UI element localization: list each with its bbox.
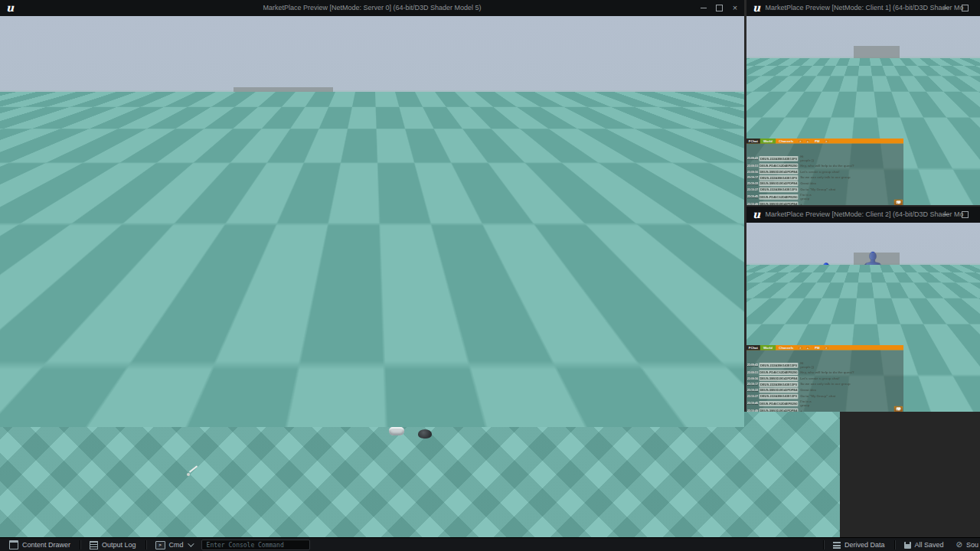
group-item[interactable]: TEST — [855, 331, 898, 334]
slider-handle[interactable] — [749, 331, 758, 337]
player-name-chip[interactable]: DEUS-222A3B6143E13F0 — [27, 387, 109, 398]
output-log-button[interactable]: Output Log — [80, 538, 145, 551]
chat-tab[interactable]: FChat — [746, 345, 760, 350]
chat-scrollbar[interactable] — [312, 299, 323, 302]
chat-tab[interactable]: PM — [139, 284, 164, 295]
player-name-chip[interactable]: DEUS-5B93D28142FDFB4 — [759, 408, 798, 412]
minimize-button[interactable] — [697, 0, 710, 16]
chat-tab[interactable]: Channels — [776, 345, 797, 350]
unlock-icon[interactable] — [893, 115, 897, 117]
group-item[interactable]: TEST — [236, 250, 331, 259]
unlock-icon[interactable] — [322, 264, 328, 269]
unlock-icon[interactable] — [893, 341, 897, 344]
group-item[interactable]: My Group — [236, 217, 331, 227]
cmd-dropdown[interactable]: > Cmd — [146, 538, 201, 551]
chat-tab[interactable]: > — [825, 346, 829, 350]
group-item[interactable]: admin group — [236, 262, 331, 271]
unlock-icon[interactable] — [893, 120, 897, 122]
chat-tab[interactable]: > — [166, 285, 175, 293]
group-item[interactable]: TEST — [855, 124, 898, 128]
group-item[interactable]: only music — [855, 134, 898, 138]
chat-distance-slider[interactable] — [9, 218, 11, 270]
group-item[interactable]: only music — [855, 341, 898, 344]
unlock-icon[interactable] — [893, 331, 897, 334]
player-name-chip[interactable]: DEUS-222A3B6143E13F0 — [27, 362, 109, 373]
game-viewport-client2[interactable]: My Group Battle group fun — [746, 223, 980, 412]
maximize-button[interactable] — [958, 207, 972, 223]
game-viewport-server[interactable]: My Group Battle group fun — [0, 16, 744, 427]
titlebar-server[interactable]: u MarketPlace Preview [NetMode: Server 0… — [0, 0, 744, 16]
player-name-chip[interactable]: DEUS-FD46C62D4EFE290 — [759, 370, 798, 375]
minimize-button[interactable] — [939, 207, 953, 223]
group-item[interactable]: admin group — [855, 129, 898, 132]
unlock-icon[interactable] — [893, 327, 897, 329]
group-item[interactable]: My Group — [855, 109, 898, 112]
chat-tab[interactable]: World — [760, 139, 776, 144]
chat-tab[interactable]: > — [825, 139, 829, 143]
player-name-chip[interactable]: DEUS-5B93D28142FDFB4 — [27, 418, 109, 427]
chat-message-area[interactable]: 23:09:43 DEUS-222A3B6143E13F0 Hi people … — [746, 144, 903, 205]
unlock-icon[interactable] — [322, 253, 328, 257]
player-name-chip[interactable]: DEUS-5B93D28142FDFB4 — [759, 169, 798, 174]
unlock-icon[interactable] — [893, 129, 897, 132]
unlock-icon[interactable] — [893, 125, 897, 127]
unlock-icon[interactable] — [893, 336, 897, 338]
player-name-chip[interactable]: DEUS-222A3B6143E13F0 — [759, 175, 798, 181]
player-name-chip[interactable]: DEUS-222A3B6143E13F0 — [759, 363, 798, 368]
group-item[interactable]: fun — [855, 119, 898, 122]
titlebar-client1[interactable]: u MarketPlace Preview [NetMode: Client 1… — [746, 0, 980, 16]
player-name-chip[interactable]: DEUS-222A3B6143E13F0 — [759, 187, 798, 192]
group-item[interactable]: fun — [236, 240, 331, 249]
unlock-icon[interactable] — [893, 110, 897, 112]
player-name-chip[interactable]: DEUS-222A3B6143E13F0 — [759, 393, 798, 399]
chat-tab[interactable]: Channels — [776, 139, 797, 144]
player-name-chip[interactable]: DEUS-FD46C62D4EFE290 — [27, 337, 109, 347]
unlock-icon[interactable] — [893, 135, 897, 137]
group-item[interactable]: Battle group — [855, 114, 898, 118]
game-viewport-client1[interactable]: My Group Battle group fun — [746, 16, 980, 205]
player-name-chip[interactable]: DEUS-5B93D28142FDFB4 — [27, 374, 109, 385]
chat-tab[interactable]: PM — [812, 345, 823, 350]
unlock-icon[interactable] — [893, 321, 897, 324]
group-item[interactable]: My Group — [855, 315, 898, 319]
unlock-icon[interactable] — [322, 220, 328, 224]
chat-tab[interactable]: > — [111, 285, 120, 293]
console-command-input[interactable] — [201, 540, 310, 550]
chat-tab[interactable]: My Group — [62, 284, 108, 295]
all-saved-button[interactable]: All Saved — [895, 538, 953, 551]
chat-tab[interactable]: PM — [812, 139, 823, 144]
send-message-button[interactable] — [894, 200, 903, 205]
chat-tab[interactable]: FChat — [746, 139, 760, 144]
content-drawer-button[interactable]: Content Drawer — [0, 538, 80, 551]
slider-handle[interactable] — [4, 257, 18, 264]
player-name-chip[interactable]: DEUS-5B93D28142FDFB4 — [759, 376, 798, 381]
player-name-chip[interactable]: DEUS-222A3B6143E13F0 — [759, 382, 798, 387]
player-name-chip[interactable]: DEUS-5B93D28142FDFB4 — [759, 181, 798, 187]
group-item[interactable]: Battle group — [236, 228, 331, 237]
chat-tab[interactable]: + — [126, 285, 136, 293]
unlock-icon[interactable] — [322, 230, 328, 235]
unlock-icon[interactable] — [322, 275, 328, 279]
titlebar-client2[interactable]: u MarketPlace Preview [NetMode: Client 2… — [746, 207, 980, 223]
chat-message-area[interactable]: 23:09:43 DEUS-222A3B6143E13F0 Hi people … — [746, 350, 903, 412]
maximize-button[interactable] — [958, 0, 972, 16]
unlock-icon[interactable] — [322, 242, 328, 246]
player-name-chip[interactable]: DEUS-5B93D28142FDFB4 — [759, 388, 798, 393]
chat-tab[interactable]: FChat — [0, 284, 29, 295]
chat-distance-slider[interactable] — [752, 102, 753, 134]
player-name-chip[interactable]: DEUS-FD46C62D4EFE290 — [27, 403, 109, 413]
send-message-button[interactable] — [313, 413, 332, 425]
player-name-chip[interactable]: DEUS-5B93D28142FDFB4 — [27, 349, 109, 360]
chat-message-area[interactable]: 23:09:43 DEUS-222A3B6143E13F0 Hi people … — [0, 295, 333, 427]
slider-handle[interactable] — [749, 125, 758, 130]
minimize-button[interactable] — [939, 0, 953, 16]
group-item[interactable]: Battle group — [855, 321, 898, 324]
player-name-chip[interactable]: DEUS-FD46C62D4EFE290 — [759, 194, 798, 200]
close-button[interactable]: × — [728, 0, 742, 16]
chat-tab[interactable]: World — [760, 345, 776, 350]
player-name-chip[interactable]: DEUS-222A3B6143E13F0 — [27, 321, 109, 332]
player-name-chip[interactable]: DEUS-222A3B6143E13F0 — [759, 156, 798, 161]
player-name-chip[interactable]: DEUS-FD46C62D4EFE290 — [759, 401, 798, 406]
unlock-icon[interactable] — [893, 317, 897, 319]
source-control-button[interactable]: ⊘ Sou — [953, 538, 980, 551]
